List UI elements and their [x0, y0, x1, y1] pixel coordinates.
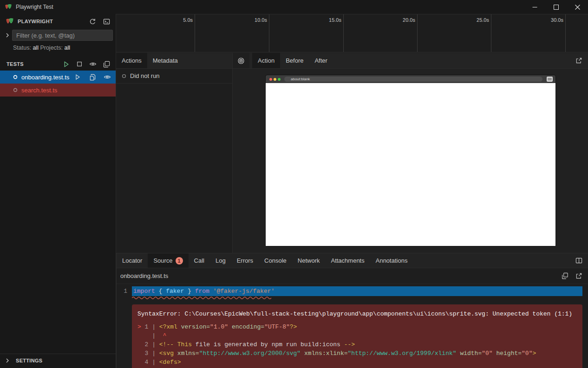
split-view-button[interactable]: [574, 256, 583, 265]
status-label: Status:: [13, 45, 31, 51]
timeline-tick-label: 25.0s: [477, 17, 489, 23]
playwright-masks-icon: [6, 17, 14, 26]
copy-icon: [562, 272, 568, 279]
sidebar-section-title: PLAYWRIGHT: [18, 19, 53, 24]
playwright-section-header: PLAYWRIGHT: [0, 14, 116, 29]
tests-header-title: TESTS: [7, 61, 24, 67]
circle-status-icon: [122, 74, 126, 78]
tab-source[interactable]: Source 1: [148, 253, 188, 268]
timeline-tick-label: 15.0s: [329, 17, 341, 23]
actions-empty-state: Did not run: [116, 69, 232, 84]
error-message: SyntaxError: C:\Courses\EpicWeb\full-sta…: [137, 310, 577, 318]
tab-call[interactable]: Call: [189, 253, 210, 268]
status-row: Status: all Projects: all: [0, 42, 116, 54]
maximize-light-icon: [278, 78, 281, 81]
frame-line: 4 | <defs>: [137, 358, 577, 367]
open-snapshot-external-button[interactable]: [574, 56, 583, 65]
syntax-error-box: SyntaxError: C:\Courses\EpicWeb\full-sta…: [132, 304, 582, 368]
timeline-tick: 20.0s: [344, 14, 418, 52]
tab-log[interactable]: Log: [210, 253, 231, 268]
settings-title: SETTINGS: [16, 358, 42, 363]
status-value[interactable]: all: [33, 45, 39, 51]
tab-attachments[interactable]: Attachments: [325, 253, 370, 268]
tab-source-label: Source: [153, 257, 172, 264]
chevron-right-icon: [3, 358, 12, 363]
test-file-name: onboarding.test.ts: [21, 74, 69, 81]
external-link-icon: [575, 57, 582, 64]
tab-action-label: Action: [258, 57, 274, 64]
chevron-right-icon[interactable]: [3, 33, 12, 38]
tab-actions[interactable]: Actions: [116, 53, 147, 68]
test-status-circle-icon: [13, 75, 18, 79]
tab-actions-label: Actions: [122, 57, 142, 64]
terminal-button[interactable]: [102, 17, 111, 26]
source-filename: onboarding.test.ts: [120, 272, 168, 279]
maximize-button[interactable]: [545, 0, 567, 14]
window-controls: [524, 0, 588, 14]
playwright-ui-window: Playwright Test: [0, 0, 588, 368]
test-file-row-search[interactable]: search.test.ts: [0, 84, 116, 97]
source-code-highlighted: import { faker } from '@faker-js/faker': [132, 286, 582, 296]
tab-network-label: Network: [298, 257, 320, 264]
timeline-tick: 30.0s: [491, 14, 566, 52]
actions-tabbar: Actions Metadata: [116, 53, 232, 69]
test-file-row-onboarding[interactable]: onboarding.test.ts: [0, 71, 116, 84]
open-source-file-button[interactable]: [88, 72, 97, 82]
timeline-tick-label: 10.0s: [255, 17, 267, 23]
timeline-tick-label: 20.0s: [403, 17, 415, 23]
timeline-tick: 5.0s: [116, 14, 195, 52]
error-code-frame: > 1 | <?xml version="1.0" encoding="UTF-…: [137, 323, 577, 367]
timeline-tick-label: 30.0s: [551, 17, 563, 23]
filter-input[interactable]: [12, 30, 113, 41]
timeline[interactable]: 5.0s 10.0s 15.0s 20.0s 25.0s 30.0s: [116, 14, 588, 52]
frame-line: | ^: [137, 331, 577, 340]
browser-snapshot: about:blank: [266, 75, 555, 246]
timeline-tick-label: 5.0s: [183, 17, 193, 23]
actions-panel: Actions Metadata Did not run: [116, 53, 232, 253]
pick-locator-button[interactable]: [233, 53, 249, 68]
reload-tests-button[interactable]: [88, 17, 97, 26]
filter-row: [0, 29, 116, 42]
tab-before-snapshot[interactable]: Before: [280, 53, 309, 68]
open-source-external-button[interactable]: [574, 271, 583, 281]
tab-call-label: Call: [194, 257, 204, 264]
copy-source-button[interactable]: [560, 271, 569, 281]
details-tabbar: Locator Source 1 Call Log Errors Console…: [117, 253, 588, 268]
tab-metadata[interactable]: Metadata: [147, 53, 183, 68]
tab-network[interactable]: Network: [292, 253, 326, 268]
timeline-tick: 10.0s: [195, 14, 269, 52]
settings-section[interactable]: SETTINGS: [0, 354, 116, 367]
tab-annotations[interactable]: Annotations: [370, 253, 413, 268]
traffic-lights: [269, 78, 281, 81]
snapshot-toolbar: Action Before After: [233, 53, 588, 69]
stop-button[interactable]: [75, 59, 84, 69]
source-viewer[interactable]: 1 import { faker } from '@faker-js/faker…: [117, 284, 588, 368]
did-not-run-label: Did not run: [130, 72, 160, 79]
source-line-1: 1 import { faker } from '@faker-js/faker…: [117, 286, 588, 296]
timeline-tick: 25.0s: [418, 14, 491, 52]
tab-console[interactable]: Console: [259, 253, 292, 268]
minimize-light-icon: [274, 78, 276, 81]
window-title: Playwright Test: [16, 4, 53, 10]
projects-value[interactable]: all: [65, 45, 71, 51]
tests-section-header: TESTS: [0, 58, 116, 71]
error-squiggle: [132, 296, 588, 300]
external-link-icon: [575, 272, 582, 279]
watch-test-button[interactable]: [103, 72, 112, 82]
minimize-button[interactable]: [524, 0, 545, 14]
tab-after-label: After: [314, 57, 327, 64]
collapse-all-button[interactable]: [102, 59, 111, 69]
run-test-button[interactable]: [73, 72, 82, 82]
frame-line: 2 | <!-- This file is generated by npm r…: [137, 340, 577, 349]
tab-after-snapshot[interactable]: After: [309, 53, 333, 68]
close-button[interactable]: [567, 0, 588, 14]
titlebar: Playwright Test: [0, 0, 588, 14]
watch-all-button[interactable]: [88, 59, 98, 69]
snapshot-panel: Action Before After: [232, 53, 588, 253]
browser-page-content: [266, 83, 555, 246]
run-all-button[interactable]: [61, 59, 71, 69]
tab-errors[interactable]: Errors: [231, 253, 259, 268]
tab-action-snapshot[interactable]: Action: [252, 53, 280, 68]
tab-locator[interactable]: Locator: [117, 253, 148, 268]
tab-metadata-label: Metadata: [153, 57, 178, 64]
